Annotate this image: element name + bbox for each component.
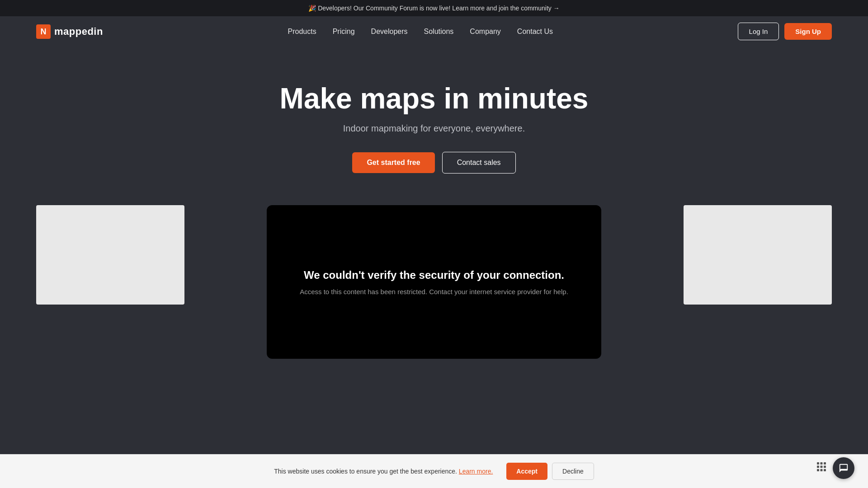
svg-rect-3 [821, 462, 823, 465]
logo-link[interactable]: N mappedin [36, 24, 103, 39]
nav-link-solutions[interactable]: Solutions [424, 28, 454, 35]
login-button[interactable]: Log In [738, 23, 779, 40]
announcement-icon: 🎉 [308, 5, 316, 12]
nav-item-contact[interactable]: Contact Us [517, 28, 553, 36]
svg-rect-7 [824, 466, 826, 468]
hero-title: Make maps in minutes [280, 83, 589, 114]
nav-item-pricing[interactable]: Pricing [333, 28, 355, 36]
nav-item-company[interactable]: Company [470, 28, 500, 36]
logo-icon: N [36, 24, 51, 39]
learn-more-link[interactable]: Learn more. [459, 468, 493, 475]
nav-link-contact[interactable]: Contact Us [517, 28, 553, 35]
demo-container: We couldn't verify the security of your … [267, 205, 601, 359]
contact-sales-button[interactable]: Contact sales [442, 152, 516, 174]
hero-subtitle: Indoor mapmaking for everyone, everywher… [343, 123, 525, 134]
demo-error-title: We couldn't verify the security of your … [304, 269, 564, 282]
svg-rect-4 [824, 462, 826, 465]
nav-links: Products Pricing Developers Solutions Co… [288, 28, 553, 36]
svg-rect-6 [821, 466, 823, 468]
signup-button[interactable]: Sign Up [784, 23, 832, 40]
svg-rect-10 [824, 469, 826, 471]
bottom-right-icons [816, 457, 854, 479]
accept-button[interactable]: Accept [506, 463, 547, 480]
side-panel-right [684, 205, 832, 305]
chat-button[interactable] [833, 457, 854, 479]
nav-link-pricing[interactable]: Pricing [333, 28, 355, 35]
cookie-text: This website uses cookies to ensure you … [274, 468, 493, 475]
svg-rect-9 [821, 469, 823, 471]
demo-error-subtitle: Access to this content has been restrict… [300, 288, 568, 296]
logo-text: mappedin [54, 26, 103, 38]
navbar-actions: Log In Sign Up [738, 23, 832, 40]
demo-section: We couldn't verify the security of your … [0, 196, 868, 359]
navbar: N mappedin Products Pricing Developers S… [0, 16, 868, 47]
nav-link-company[interactable]: Company [470, 28, 500, 35]
nav-link-developers[interactable]: Developers [371, 28, 408, 35]
decline-button[interactable]: Decline [552, 463, 594, 480]
nav-item-developers[interactable]: Developers [371, 28, 408, 36]
svg-rect-2 [817, 462, 819, 465]
get-started-button[interactable]: Get started free [352, 152, 434, 173]
side-panel-left [36, 205, 184, 305]
nav-item-products[interactable]: Products [288, 28, 316, 36]
svg-rect-5 [817, 466, 819, 468]
announcement-text: Developers! Our Community Forum is now l… [318, 5, 560, 12]
hero-buttons: Get started free Contact sales [352, 152, 515, 174]
grid-icon[interactable] [816, 462, 826, 474]
nav-item-solutions[interactable]: Solutions [424, 28, 454, 36]
hero-section: Make maps in minutes Indoor mapmaking fo… [0, 47, 868, 196]
svg-text:N: N [41, 27, 47, 36]
nav-link-products[interactable]: Products [288, 28, 316, 35]
cookie-banner: This website uses cookies to ensure you … [0, 454, 868, 488]
cookie-actions: Accept Decline [506, 463, 594, 480]
announcement-bar: 🎉 Developers! Our Community Forum is now… [0, 0, 868, 16]
svg-rect-8 [817, 469, 819, 471]
